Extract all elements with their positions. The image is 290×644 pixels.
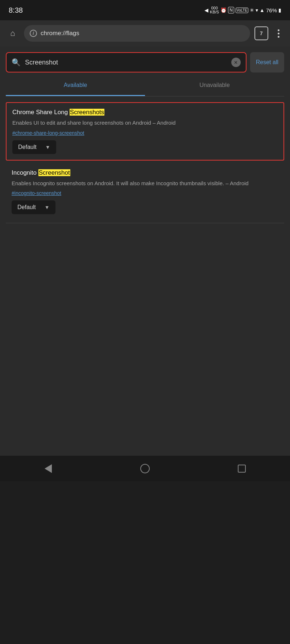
status-icons: ◀ 000KB/S ⏰ N VoLTE ✳ ▾ ▲ 76% ▮ bbox=[204, 6, 281, 14]
flag-dropdown-value-2: Default bbox=[17, 204, 36, 211]
flag-title-2: Incognito Screenshot bbox=[12, 169, 278, 176]
tab-unavailable[interactable]: Unavailable bbox=[145, 75, 284, 96]
reset-all-button[interactable]: Reset all bbox=[250, 52, 284, 72]
url-text: chrome://flags bbox=[41, 30, 244, 37]
flag-title-highlight-2: Screenshot bbox=[38, 169, 70, 176]
flag-title-1: Chrome Share Long Screenshots bbox=[12, 109, 278, 116]
empty-space bbox=[6, 232, 284, 449]
flag-description-1: Enables UI to edit and share long screen… bbox=[12, 119, 278, 127]
flag-description-2: Enables Incognito screenshots on Android… bbox=[12, 179, 278, 188]
menu-dot-3 bbox=[278, 36, 279, 38]
wifi-icon: ▾ bbox=[256, 7, 258, 13]
flag-item-incognito-screenshot: Incognito Screenshot Enables Incognito s… bbox=[6, 163, 284, 220]
flag-dropdown-1[interactable]: Default ▼ bbox=[12, 140, 56, 154]
search-input[interactable]: Screenshot bbox=[25, 59, 227, 66]
nfc-icon: N bbox=[228, 7, 234, 13]
nav-recent-button[interactable] bbox=[230, 457, 253, 480]
dropdown-arrow-1: ▼ bbox=[45, 144, 50, 150]
search-clear-button[interactable] bbox=[231, 58, 241, 67]
menu-dot-1 bbox=[278, 29, 279, 31]
flag-item-chrome-share-long-screenshot: Chrome Share Long Screenshots Enables UI… bbox=[6, 102, 284, 161]
search-box[interactable]: 🔍 Screenshot bbox=[6, 52, 246, 72]
flag-title-prefix-1: Chrome Share Long bbox=[12, 109, 70, 116]
flag-link-1[interactable]: #chrome-share-long-screenshot bbox=[12, 130, 278, 136]
tabs-container: Available Unavailable bbox=[6, 75, 284, 96]
tab-available[interactable]: Available bbox=[6, 75, 145, 96]
signal-icon: ▲ bbox=[260, 7, 265, 13]
browser-bar: ⌂ chrome://flags 7 bbox=[0, 20, 290, 46]
tab-count: 7 bbox=[260, 30, 263, 36]
battery-icon: ▮ bbox=[278, 7, 281, 13]
search-container: 🔍 Screenshot Reset all bbox=[6, 52, 284, 72]
list-divider bbox=[6, 223, 284, 223]
nav-bar bbox=[0, 455, 290, 481]
home-button[interactable]: ⌂ bbox=[6, 26, 20, 40]
flags-list: Chrome Share Long Screenshots Enables UI… bbox=[6, 96, 284, 232]
content-area: 🔍 Screenshot Reset all Available Unavail… bbox=[0, 46, 290, 455]
search-icon: 🔍 bbox=[12, 58, 21, 67]
info-icon bbox=[30, 30, 37, 37]
volte-icon: VoLTE bbox=[236, 8, 248, 13]
tab-count-button[interactable]: 7 bbox=[254, 26, 268, 40]
home-nav-icon bbox=[140, 464, 150, 473]
status-time: 8:38 bbox=[9, 6, 23, 14]
battery-level: 76% bbox=[266, 7, 277, 13]
data-speed-icon: 000KB/S bbox=[210, 6, 219, 14]
nav-back-button[interactable] bbox=[37, 457, 60, 480]
flag-title-prefix-2: Incognito bbox=[12, 169, 38, 176]
flag-dropdown-value-1: Default bbox=[18, 144, 37, 150]
nav-home-button[interactable] bbox=[133, 457, 157, 480]
address-bar[interactable]: chrome://flags bbox=[24, 25, 250, 42]
menu-button[interactable] bbox=[273, 26, 284, 40]
status-bar: 8:38 ◀ 000KB/S ⏰ N VoLTE ✳ ▾ ▲ 76% ▮ bbox=[0, 0, 290, 20]
alarm-icon: ⏰ bbox=[220, 7, 227, 13]
dropdown-arrow-2: ▼ bbox=[45, 204, 50, 210]
bluetooth-icon: ✳ bbox=[250, 7, 254, 13]
menu-dot-2 bbox=[278, 33, 279, 34]
home-icon: ⌂ bbox=[10, 29, 15, 38]
flag-link-2[interactable]: #incognito-screenshot bbox=[12, 190, 278, 196]
back-icon bbox=[45, 464, 52, 473]
location-icon: ◀ bbox=[204, 7, 208, 13]
flag-title-highlight-1: Screenshots bbox=[70, 109, 105, 116]
recent-icon bbox=[238, 465, 246, 473]
flag-dropdown-2[interactable]: Default ▼ bbox=[12, 200, 55, 214]
